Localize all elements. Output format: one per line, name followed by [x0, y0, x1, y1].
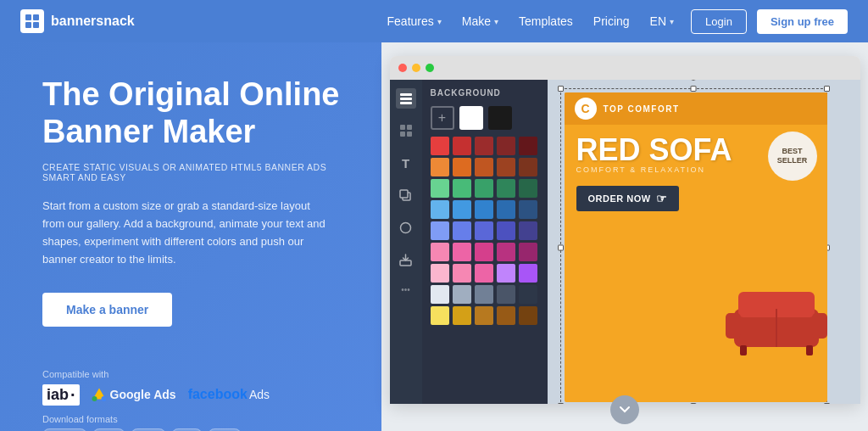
svg-point-4 — [101, 396, 106, 401]
chevron-down-icon — [619, 404, 631, 416]
format-jpg: JPG — [92, 428, 125, 431]
color-swatch[interactable] — [475, 221, 493, 240]
black-color-swatch[interactable] — [488, 106, 512, 130]
color-swatch[interactable] — [475, 179, 493, 198]
resize-handle-tr[interactable] — [824, 86, 830, 92]
resize-handle-br[interactable] — [824, 403, 830, 404]
google-ads-logo: Google Ads — [92, 387, 176, 402]
resize-handle-ml[interactable] — [558, 244, 564, 250]
tool-layout[interactable] — [396, 120, 416, 141]
color-swatch[interactable] — [519, 137, 537, 155]
color-swatch[interactable] — [431, 243, 449, 261]
color-swatch[interactable] — [475, 243, 493, 261]
color-swatch[interactable] — [431, 221, 449, 240]
resize-handle-bl[interactable] — [558, 403, 564, 404]
banner-order-button: ORDER NOW ☞ — [576, 186, 680, 211]
color-swatch[interactable] — [431, 137, 449, 155]
color-swatch[interactable] — [497, 221, 515, 240]
color-swatch[interactable] — [431, 285, 449, 304]
color-swatch[interactable] — [519, 285, 537, 304]
google-ads-text: Google Ads — [110, 388, 176, 401]
svg-rect-12 — [407, 132, 412, 137]
browser-window: T — [390, 56, 860, 404]
tool-export[interactable] — [396, 249, 416, 270]
format-badges: HTML5 JPG PNG GIF MP4 — [42, 428, 348, 431]
scroll-down-indicator[interactable] — [610, 395, 639, 424]
color-swatch[interactable] — [453, 264, 471, 283]
color-swatch[interactable] — [453, 243, 471, 261]
svg-point-15 — [401, 222, 411, 232]
resize-handle-bm[interactable] — [691, 403, 697, 404]
nav-pricing[interactable]: Pricing — [593, 14, 630, 28]
svg-rect-23 — [806, 345, 813, 355]
color-swatch[interactable] — [453, 137, 471, 155]
color-swatch[interactable] — [453, 306, 471, 325]
nav-templates[interactable]: Templates — [519, 14, 573, 28]
color-swatch[interactable] — [431, 158, 449, 176]
nav-make[interactable]: Make ▾ — [462, 14, 498, 28]
color-swatch[interactable] — [519, 200, 537, 219]
svg-rect-1 — [33, 14, 39, 20]
color-swatch[interactable] — [519, 221, 537, 240]
color-swatch[interactable] — [453, 221, 471, 240]
color-swatch[interactable] — [431, 264, 449, 283]
color-swatch[interactable] — [497, 200, 515, 219]
resize-handle-tl[interactable] — [558, 86, 564, 92]
compatible-logos: iab· Google Ads facebook Ads — [42, 384, 348, 406]
hero-description: Start from a custom size or grab a stand… — [42, 198, 331, 268]
color-swatch[interactable] — [453, 158, 471, 176]
iab-logo: iab· — [42, 384, 80, 406]
color-swatch[interactable] — [475, 285, 493, 304]
white-color-swatch[interactable] — [459, 106, 483, 130]
color-swatch[interactable] — [497, 243, 515, 261]
svg-rect-6 — [400, 93, 412, 96]
add-color-button[interactable]: + — [431, 106, 454, 130]
browser-dot-red — [398, 64, 407, 72]
tool-layers[interactable] — [396, 88, 416, 109]
color-swatch[interactable] — [497, 137, 515, 155]
format-mp4: MP4 — [208, 428, 242, 431]
color-swatch[interactable] — [475, 200, 493, 219]
tool-copy[interactable] — [396, 185, 416, 205]
color-swatch[interactable] — [453, 179, 471, 198]
login-button[interactable]: Login — [691, 9, 747, 34]
color-swatch[interactable] — [497, 179, 515, 198]
svg-rect-9 — [400, 125, 405, 130]
logo[interactable]: bannersnack — [20, 9, 135, 33]
color-swatch[interactable] — [431, 306, 449, 325]
color-swatch[interactable] — [519, 158, 537, 176]
color-swatch[interactable] — [431, 179, 449, 198]
tool-shape[interactable] — [396, 217, 416, 238]
color-swatch[interactable] — [497, 264, 515, 283]
svg-rect-7 — [400, 98, 412, 100]
color-swatch[interactable] — [453, 285, 471, 304]
cursor-icon: ☞ — [656, 192, 668, 205]
color-swatch[interactable] — [519, 243, 537, 261]
nav-features[interactable]: Features ▾ — [387, 14, 442, 28]
svg-rect-19 — [726, 313, 741, 339]
nav-language[interactable]: EN ▾ — [650, 14, 674, 28]
color-swatch[interactable] — [519, 264, 537, 283]
browser-dot-green — [426, 64, 434, 72]
color-swatch[interactable] — [497, 158, 515, 176]
canvas-area[interactable]: C TOP COMFORT BEST SELLER — [548, 80, 860, 404]
make-banner-button[interactable]: Make a banner — [42, 293, 172, 327]
color-swatch[interactable] — [519, 179, 537, 198]
rotate-handle[interactable] — [690, 80, 697, 81]
color-swatch[interactable] — [497, 306, 515, 325]
resize-handle-tm[interactable] — [691, 86, 697, 92]
color-swatch[interactable] — [497, 285, 515, 304]
color-swatch[interactable] — [475, 158, 493, 176]
color-swatch[interactable] — [453, 200, 471, 219]
svg-rect-11 — [400, 132, 405, 137]
color-panel-header: BACKGROUND — [431, 88, 539, 98]
color-swatch[interactable] — [475, 137, 493, 155]
color-swatch[interactable] — [475, 306, 493, 325]
color-swatch[interactable] — [519, 306, 537, 325]
sidebar-more-icon[interactable]: ••• — [401, 285, 410, 294]
color-swatch[interactable] — [475, 264, 493, 283]
color-swatch[interactable] — [431, 200, 449, 219]
main-content: The Original Online Banner Maker CREATE … — [0, 42, 868, 431]
tool-text[interactable]: T — [396, 153, 416, 173]
signup-button[interactable]: Sign up free — [757, 9, 848, 34]
